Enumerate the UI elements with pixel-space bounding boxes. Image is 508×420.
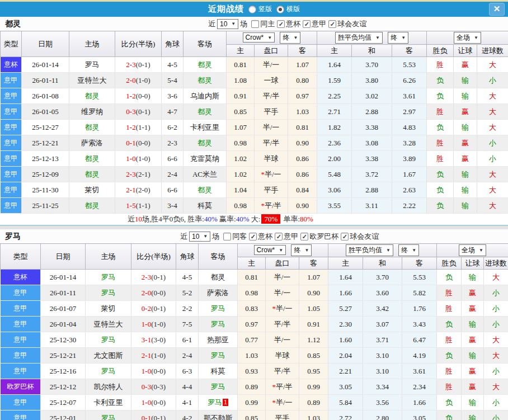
odds-time-select[interactable]: 终▼ [280,32,300,44]
filter-checkbox[interactable]: ✓意杯 [277,19,300,29]
score-cell: 0-2(0-1) [131,301,176,317]
close-icon[interactable]: ✕ [489,3,505,16]
result-wdl-cell: 负 [427,73,454,88]
match-row: 意甲25-12-30罗马3-1(3-0)6-1热那亚0.77半/一1.121.6… [1,332,508,348]
mean-source-select[interactable]: 胜平负均值▼ [346,244,393,256]
filter-checkbox[interactable]: 同主 [251,19,275,29]
summary-segment: 10 [135,215,142,223]
match-row: 意甲26-01-04亚特兰大1-0(1-0)7-5罗马0.97平/半0.912.… [1,317,508,332]
away-odds-cell: 1.12 [299,332,328,348]
checkbox-checked-icon[interactable]: ✓ [341,233,349,240]
result-wdl-cell: 负 [427,182,454,198]
layout-radio-horizontal[interactable] [276,6,284,13]
handicap-cell: *平/半 [266,379,299,395]
mean-draw-cell: 3.60 [363,285,402,301]
near-label: 近 [208,19,215,29]
mean-away-cell: 5.53 [402,270,437,285]
mean-source-select[interactable]: 胜平负均值▼ [335,32,383,44]
checkbox-checked-icon[interactable]: ✓ [328,20,336,28]
mean-home-cell: 5.27 [328,301,363,317]
score-cell: 0-1(0-0) [115,135,162,151]
result-handicap-cell: 赢 [462,379,484,395]
result-handicap-cell: 输 [462,348,484,364]
odds-time-select[interactable]: 终▼ [291,244,312,256]
mean-time-select[interactable]: 终▼ [398,244,419,256]
away-team-cell: 科莫 [184,198,227,214]
chevron-down-icon: ▼ [474,35,478,40]
checkbox-unchecked-icon[interactable] [251,20,259,28]
handicap-cell: 平/半 [255,88,288,104]
date-cell: 25-12-01 [41,410,86,420]
result-handicap-cell: 输 [454,88,477,104]
corner-cell: 2-4 [176,348,199,364]
result-goals-cell: 小 [477,73,508,88]
mean-draw-cell: 3.56 [363,395,402,410]
filter-checkbox[interactable]: ✓意杯 [249,232,272,242]
corner-cell: 2-3 [162,135,184,151]
away-odds-cell: 0.81 [288,120,317,135]
layout-radio-horizontal-label[interactable]: 横版 [286,4,300,14]
result-goals-cell: 大 [484,348,508,364]
layout-radio-vertical[interactable] [248,6,256,13]
checkbox-checked-icon[interactable]: ✓ [303,20,311,28]
odds-group-header: Crow*▼ 终▼ [227,31,317,45]
result-wdl-cell: 胜 [427,104,454,120]
filter-checkbox[interactable]: 同客 [223,232,247,242]
odds-group-header: Crow*▼ 终▼ [238,244,328,257]
chevron-down-icon: ▼ [293,35,298,40]
games-count-select[interactable]: 10▼ [217,19,238,29]
match-row: 意甲26-01-11罗马2-0(0-0)5-2萨索洛0.98半/一0.901.6… [1,285,508,301]
odds-source-select[interactable]: Crow*▼ [243,32,275,43]
odds-source-select[interactable]: Crow*▼ [254,245,286,255]
handicap-cell: 半球 [255,151,288,167]
filter-checkbox[interactable]: ✓欧罗巴杯 [300,232,338,242]
result-handicap-cell: 输 [454,167,477,182]
games-count-select[interactable]: 10▼ [189,232,210,242]
checkbox-checked-icon[interactable]: ✓ [275,233,283,240]
filter-checkbox[interactable]: ✓意甲 [275,232,298,242]
mean-time-select[interactable]: 终▼ [388,32,408,44]
result-goals-cell: 小 [484,395,508,410]
date-cell: 25-11-25 [22,198,69,214]
home-odds-cell: 0.99 [238,395,266,410]
filter-checkbox[interactable]: ✓球会友谊 [328,19,366,29]
checkbox-unchecked-icon[interactable] [223,233,231,240]
checkbox-checked-icon[interactable]: ✓ [249,233,257,240]
match-row: 意甲25-11-30莱切2-1(2-0)6-6都灵1.04平手0.843.062… [1,182,508,198]
chevron-down-icon: ▼ [375,35,380,40]
filter-checkbox[interactable]: ✓意甲 [303,19,326,29]
match-row: 意甲25-11-25都灵1-5(1-1)3-4科莫0.98*平/半0.903.5… [1,198,508,214]
mean-home-cell: 3.06 [317,182,352,198]
mean-away-cell: 3.05 [402,410,437,420]
score-cell: 2-3(0-1) [131,270,176,285]
filter-checkbox-label: 意杯 [258,232,272,242]
games-label: 场 [240,19,247,29]
summary-segment: 40% [204,215,218,223]
result-scope-select[interactable]: 全场▼ [459,244,486,256]
mean-home-cell: 1.59 [317,73,352,88]
checkbox-checked-icon[interactable]: ✓ [277,20,285,28]
filter-checkbox[interactable]: ✓球会友谊 [341,232,379,242]
subcol-result-handicap: 让球 [462,257,484,270]
result-handicap-cell: 赢 [462,364,484,379]
result-wdl-cell: 负 [437,410,462,420]
filter-checkbox-label: 意杯 [286,19,300,29]
match-row: 意杯26-01-14罗马2-3(0-1)4-5都灵0.81半/一1.071.64… [1,270,508,285]
mean-home-cell: 2.21 [328,364,363,379]
mean-draw-cell: 3.07 [363,317,402,332]
checkbox-checked-icon[interactable]: ✓ [300,233,308,240]
league-cell: 意甲 [1,348,41,364]
filter-checkbox-group: 同主✓意杯✓意甲✓球会友谊 [249,19,366,29]
corner-cell: 4-5 [162,57,184,73]
match-row: 意甲25-12-27都灵1-2(1-1)6-2卡利亚里1.07半/一0.811.… [1,120,508,135]
layout-radio-vertical-label[interactable]: 竖版 [258,4,272,14]
match-row: 意甲26-01-07莱切0-2(0-1)2-2罗马0.83*半/一1.055.2… [1,301,508,317]
result-handicap-cell: 赢 [454,135,477,151]
date-cell: 25-12-30 [41,332,86,348]
away-team-cell: 都灵 [184,73,227,88]
mean-group-header: 胜平负均值▼ 终▼ [317,31,427,45]
mean-draw-cell: 3.71 [363,332,402,348]
result-scope-select[interactable]: 全场▼ [454,32,481,44]
away-team-cell: 罗马1 [199,395,238,410]
away-team-cell: 热那亚 [199,332,238,348]
